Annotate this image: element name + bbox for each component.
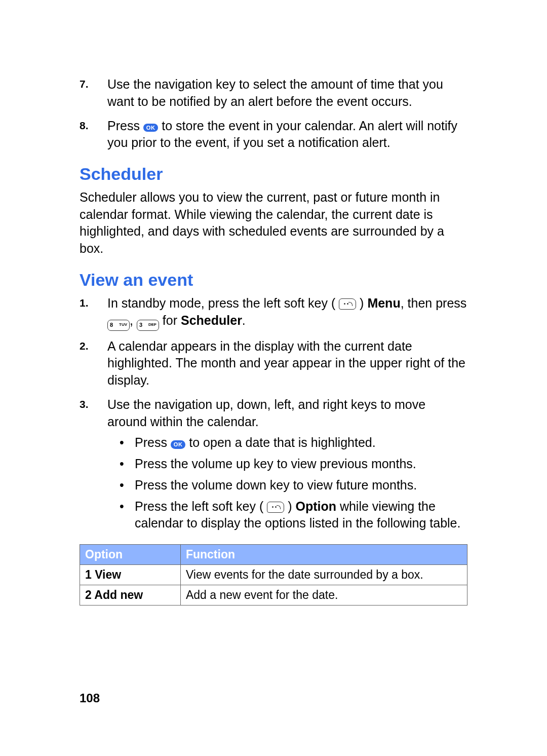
menu-bold: Menu: [367, 296, 400, 310]
step-num: 1.: [80, 295, 107, 331]
step-8: 8. Press OK to store the event in your c…: [80, 118, 467, 152]
key-8-icon: 8TUV: [107, 320, 130, 331]
table-row: 2 Add new Add a new event for the date.: [80, 585, 467, 606]
ve-step-1: 1. In standby mode, press the left soft …: [80, 295, 467, 331]
scheduler-heading: Scheduler: [80, 163, 467, 186]
view-event-heading: View an event: [80, 269, 467, 292]
cell-option: 1 View: [80, 565, 181, 585]
list-item: • Press the volume down key to view futu…: [120, 477, 467, 494]
text: Press the left soft key (: [135, 499, 267, 513]
col-option: Option: [80, 545, 181, 565]
step-body: Press OK to store the event in your cale…: [107, 118, 467, 152]
softkey-icon: [339, 298, 356, 310]
step-body: Use the navigation key to select the amo…: [107, 76, 467, 110]
text: ,: [130, 313, 137, 327]
digit: 3: [139, 322, 142, 328]
step-body: Use the navigation up, down, left, and r…: [107, 396, 467, 536]
ok-icon: OK: [143, 124, 159, 132]
cell-function: Add a new event for the date.: [180, 585, 467, 606]
list-text: Press the volume down key to view future…: [135, 477, 467, 494]
table-row: 1 View View events for the date surround…: [80, 565, 467, 585]
ve-step-3: 3. Use the navigation up, down, left, an…: [80, 396, 467, 536]
step-body: In standby mode, press the left soft key…: [107, 295, 467, 331]
step-num: 7.: [80, 76, 107, 110]
sup: DEF: [148, 321, 157, 328]
text-pre: Press: [107, 119, 143, 133]
step-body: A calendar appears in the display with t…: [107, 338, 467, 389]
list-item: • Press the volume up key to view previo…: [120, 456, 467, 473]
option-bold: Option: [295, 499, 336, 513]
sub-bullets: • Press OK to open a date that is highli…: [120, 434, 467, 532]
list-text: Press the left soft key ( ) Option while…: [135, 498, 467, 533]
bullet-icon: •: [120, 477, 135, 494]
step-num: 8.: [80, 118, 107, 152]
step-7: 7. Use the navigation key to select the …: [80, 76, 467, 110]
text: In standby mode, press the left soft key…: [107, 296, 339, 310]
key-3-icon: 3DEF: [137, 320, 159, 331]
bullet-icon: •: [120, 498, 135, 533]
page-number: 108: [80, 690, 100, 706]
text: , then press: [401, 296, 467, 310]
col-function: Function: [180, 545, 467, 565]
list-item: • Press OK to open a date that is highli…: [120, 434, 467, 451]
step-num: 2.: [80, 338, 107, 389]
sup: TUV: [119, 321, 127, 328]
cell-function: View events for the date surrounded by a…: [180, 565, 467, 585]
bullet-icon: •: [120, 456, 135, 473]
table-header-row: Option Function: [80, 545, 467, 565]
ok-icon: OK: [171, 440, 186, 449]
scheduler-intro: Scheduler allows you to view the current…: [80, 189, 467, 257]
text-post: to store the event in your calendar. An …: [107, 119, 457, 150]
list-text: Press OK to open a date that is highligh…: [135, 434, 467, 451]
softkey-icon: [267, 502, 284, 513]
digit: 8: [110, 322, 113, 328]
list-item: • Press the left soft key ( ) Option whi…: [120, 498, 467, 533]
continuing-steps: 7. Use the navigation key to select the …: [80, 76, 467, 152]
text: Press: [135, 435, 171, 449]
text: Use the navigation up, down, left, and r…: [107, 397, 425, 429]
scheduler-bold: Scheduler: [181, 313, 242, 327]
text: for: [159, 313, 181, 327]
options-table: Option Function 1 View View events for t…: [80, 544, 467, 606]
text: to open a date that is highlighted.: [189, 435, 375, 449]
paren-close: ): [284, 499, 295, 513]
ve-step-2: 2. A calendar appears in the display wit…: [80, 338, 467, 389]
step-num: 3.: [80, 396, 107, 536]
bullet-icon: •: [120, 434, 135, 451]
list-text: Press the volume up key to view previous…: [135, 456, 467, 473]
cell-option: 2 Add new: [80, 585, 181, 606]
view-event-steps: 1. In standby mode, press the left soft …: [80, 295, 467, 536]
paren-close: ): [356, 296, 367, 310]
text: .: [242, 313, 246, 327]
